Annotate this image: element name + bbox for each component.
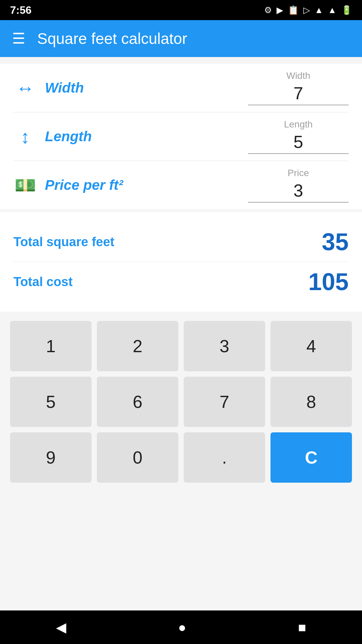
length-field-value[interactable]: 5 <box>248 132 349 154</box>
menu-icon[interactable]: ☰ <box>12 31 25 46</box>
key-1-button[interactable]: 1 <box>10 321 92 371</box>
price-label-group: 💵 Price per ft² <box>13 173 123 197</box>
width-field-label: Width <box>286 70 310 81</box>
nav-bar: ◀ ● ■ <box>0 610 362 644</box>
price-input-group[interactable]: Price 3 <box>248 168 349 203</box>
signal-icon: ▲ <box>328 5 337 15</box>
length-icon <box>13 125 37 148</box>
settings-icon: ⚙ <box>264 5 272 15</box>
inputs-section: Width Width 7 Length Length 5 <box>0 64 362 209</box>
decimal-button[interactable]: . <box>184 432 265 483</box>
keypad: 1234567890.C <box>0 314 362 489</box>
total-cost-label: Total cost <box>13 275 73 289</box>
main-content: Width Width 7 Length Length 5 <box>0 57 362 610</box>
key-8-button[interactable]: 8 <box>270 377 352 427</box>
price-row: 💵 Price per ft² Price 3 <box>13 161 349 209</box>
key-3-button[interactable]: 3 <box>184 321 265 371</box>
time-display: 7:56 <box>10 4 32 16</box>
total-cost-value: 105 <box>308 268 349 296</box>
square-feet-value: 35 <box>322 228 349 256</box>
wifi-icon: ▲ <box>315 5 323 15</box>
status-bar: 7:56 ⚙ ▶ 📋 ▷ ▲ ▲ 🔋 <box>0 0 362 20</box>
square-feet-label: Total square feet <box>13 235 114 249</box>
key-5-button[interactable]: 5 <box>10 377 92 427</box>
length-label: Length <box>45 128 92 145</box>
price-icon: 💵 <box>13 173 37 197</box>
store-icon: ▷ <box>303 5 310 15</box>
app-bar: ☰ Square feet calculator <box>0 20 362 57</box>
money-icon: 💵 <box>14 175 36 196</box>
width-field-value[interactable]: 7 <box>248 83 349 105</box>
length-row: Length Length 5 <box>13 112 349 161</box>
price-label: Price per ft² <box>45 177 123 193</box>
clear-button[interactable]: C <box>270 432 352 483</box>
play-icon: ▶ <box>277 5 283 15</box>
width-label-group: Width <box>13 76 84 100</box>
width-icon <box>13 76 37 100</box>
square-feet-row: Total square feet 35 <box>13 222 349 262</box>
key-6-button[interactable]: 6 <box>97 377 178 427</box>
key-2-button[interactable]: 2 <box>97 321 178 371</box>
total-cost-row: Total cost 105 <box>13 262 349 302</box>
app-title: Square feet calculator <box>37 30 187 48</box>
sim-icon: 📋 <box>288 5 299 15</box>
length-field-label: Length <box>284 119 313 130</box>
width-input-group[interactable]: Width 7 <box>248 70 349 105</box>
horizontal-arrow-icon <box>16 77 35 99</box>
width-label: Width <box>45 80 84 96</box>
key-7-button[interactable]: 7 <box>184 377 265 427</box>
key-0-button[interactable]: 0 <box>97 432 178 483</box>
vertical-arrow-icon <box>20 126 30 148</box>
results-section: Total square feet 35 Total cost 105 <box>0 212 362 312</box>
width-row: Width Width 7 <box>13 64 349 112</box>
length-input-group[interactable]: Length 5 <box>248 119 349 154</box>
recent-button[interactable]: ■ <box>298 620 306 635</box>
home-button[interactable]: ● <box>178 620 186 635</box>
price-field-label: Price <box>288 168 309 178</box>
key-9-button[interactable]: 9 <box>10 432 92 483</box>
key-4-button[interactable]: 4 <box>270 321 352 371</box>
price-field-value[interactable]: 3 <box>248 180 349 203</box>
battery-icon: 🔋 <box>341 5 352 15</box>
length-label-group: Length <box>13 125 92 148</box>
status-icons: ⚙ ▶ 📋 ▷ ▲ ▲ 🔋 <box>264 5 352 15</box>
back-button[interactable]: ◀ <box>56 620 66 635</box>
